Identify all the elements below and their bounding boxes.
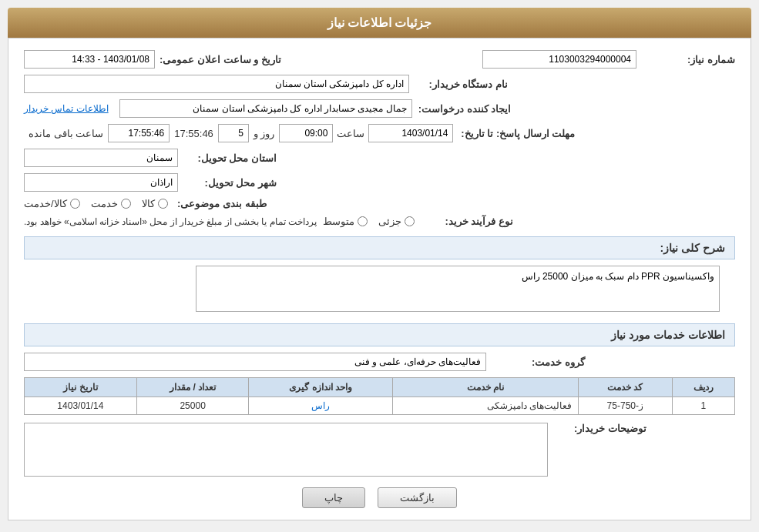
kala-label: کالا bbox=[142, 198, 155, 209]
shahr-label: شهر محل تحویل: bbox=[184, 177, 277, 189]
roz-label-text: روز و bbox=[254, 128, 275, 139]
ostan-input bbox=[24, 149, 178, 167]
date-input bbox=[368, 124, 453, 142]
notice-text: پرداخت تمام یا بخشی از مبلغ خریدار از مح… bbox=[24, 216, 317, 227]
khedmat-radio[interactable] bbox=[121, 199, 131, 209]
namdastgah-label: نام دستگاه خریدار: bbox=[415, 79, 508, 90]
shomara-input bbox=[482, 50, 636, 69]
col-vahed: واحد اندازه گیری bbox=[249, 378, 393, 397]
kala-radio-item: کالا bbox=[142, 198, 168, 209]
roz-input bbox=[218, 124, 249, 142]
cell-tedad: 25000 bbox=[136, 397, 249, 415]
shomara-row: شماره نیاز: تاریخ و ساعت اعلان عمومی: bbox=[24, 50, 735, 69]
sharh-textarea[interactable]: واکسیناسیون PPR دام سبک به میزان 25000 ر… bbox=[196, 266, 720, 312]
sharh-content-row: واکسیناسیون PPR دام سبک به میزان 25000 ر… bbox=[24, 266, 735, 314]
ijad-row: ایجاد کننده درخواست: اطلاعات تماس خریدار bbox=[24, 99, 735, 118]
jozei-radio-item: جزئی bbox=[378, 216, 415, 227]
sharh-section-header: شرح کلی نیاز: bbox=[24, 236, 735, 259]
back-button[interactable]: بازگشت bbox=[378, 487, 457, 508]
tabaqe-radios: کالا خدمت کالا/خدمت bbox=[24, 198, 168, 209]
ostan-label: استان محل تحویل: bbox=[184, 152, 277, 164]
ettelaat-tamas-link[interactable]: اطلاعات تماس خریدار bbox=[24, 103, 109, 114]
kala-khedmat-label: کالا/خدمت bbox=[24, 198, 67, 209]
cell-radif: 1 bbox=[672, 397, 734, 415]
page-title: جزئیات اطلاعات نیاز bbox=[8, 8, 751, 38]
shahr-row: شهر محل تحویل: bbox=[24, 173, 735, 192]
tarikh-aalan-input bbox=[24, 50, 155, 69]
motovaset-label: متوسط bbox=[323, 216, 354, 227]
kala-khedmat-radio-item: کالا/خدمت bbox=[24, 198, 80, 209]
tosif-label: توضیحات خریدار: bbox=[554, 423, 646, 434]
col-tedad: تعداد / مقدار bbox=[136, 378, 249, 397]
khedmat-radio-item: خدمت bbox=[91, 198, 131, 209]
saat-label-text: ساعت bbox=[337, 128, 364, 139]
jozei-radio[interactable] bbox=[405, 216, 415, 226]
farayand-radios: جزئی متوسط bbox=[323, 216, 415, 227]
grooh-input bbox=[24, 353, 486, 371]
col-kod: کد خدمت bbox=[578, 378, 672, 397]
col-tarikh: تاریخ نیاز bbox=[25, 378, 137, 397]
mohlat-row: مهلت ارسال پاسخ: تا تاریخ: ساعت روز و 17… bbox=[24, 124, 735, 142]
baqi-label-text: ساعت باقی مانده bbox=[29, 128, 103, 139]
mohlat-label: مهلت ارسال پاسخ: تا تاریخ: bbox=[459, 128, 575, 139]
kala-radio[interactable] bbox=[158, 199, 168, 209]
tarikh-aalan-label: تاریخ و ساعت اعلان عمومی: bbox=[160, 54, 281, 65]
namdastgah-input bbox=[24, 75, 409, 93]
farayand-label: نوع فرآیند خرید: bbox=[421, 216, 513, 227]
shahr-input bbox=[24, 173, 178, 192]
services-table: ردیف کد خدمت نام خدمت واحد اندازه گیری ت… bbox=[24, 377, 735, 415]
shomara-label: شماره نیاز: bbox=[643, 54, 735, 65]
cell-vahed: راس bbox=[249, 397, 393, 415]
tabaqe-label: طبقه بندی موضوعی: bbox=[174, 198, 267, 209]
baqi-saat-input bbox=[108, 124, 170, 142]
cell-tarikh: 1403/01/14 bbox=[25, 397, 137, 415]
motovaset-radio-item: متوسط bbox=[323, 216, 368, 227]
saat-input bbox=[279, 124, 333, 142]
kala-khedmat-radio[interactable] bbox=[70, 199, 80, 209]
grooh-row: گروه خدمت: bbox=[24, 353, 735, 371]
grooh-label: گروه خدمت: bbox=[492, 356, 585, 368]
ijad-label: ایجاد کننده درخواست: bbox=[418, 103, 512, 115]
baqi-saat-display: 17:55:46 bbox=[174, 128, 213, 139]
tabaqe-row: طبقه بندی موضوعی: کالا خدمت کالا/خدمت bbox=[24, 198, 735, 209]
tosif-textarea[interactable] bbox=[24, 423, 548, 477]
buyer-desc-row: توضیحات خریدار: bbox=[24, 423, 735, 477]
table-row: 1 ز-750-75 فعالیت‌های دامپزشکی راس 25000… bbox=[25, 397, 735, 415]
farayand-row: نوع فرآیند خرید: جزئی متوسط پرداخت تمام … bbox=[24, 216, 735, 227]
ijad-input bbox=[119, 99, 412, 118]
motovaset-radio[interactable] bbox=[358, 216, 368, 226]
cell-nam: فعالیت‌های دامپزشکی bbox=[393, 397, 579, 415]
namdastgah-row: نام دستگاه خریدار: bbox=[24, 75, 735, 93]
cell-kod: ز-750-75 bbox=[578, 397, 672, 415]
col-radif: ردیف bbox=[672, 378, 734, 397]
ostan-row: استان محل تحویل: bbox=[24, 149, 735, 167]
khadamat-section-header: اطلاعات خدمات مورد نیاز bbox=[24, 323, 735, 346]
button-row: بازگشت چاپ bbox=[24, 487, 735, 508]
jozei-label: جزئی bbox=[378, 216, 401, 227]
col-nam: نام خدمت bbox=[393, 378, 579, 397]
print-button[interactable]: چاپ bbox=[302, 487, 365, 508]
khedmat-label: خدمت bbox=[91, 198, 118, 209]
